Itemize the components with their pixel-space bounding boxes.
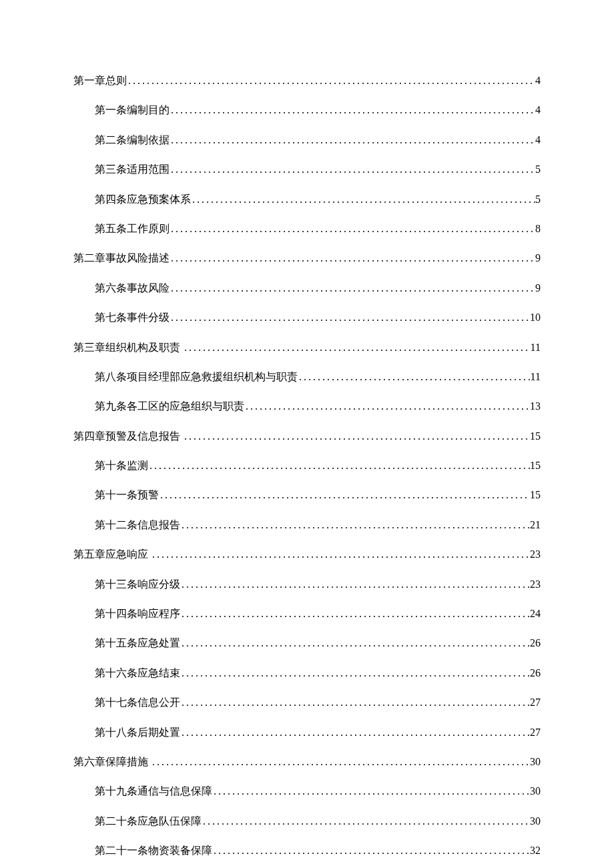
- toc-entry-dots: [180, 636, 530, 650]
- toc-entry-title: 第十一条预警: [95, 488, 159, 502]
- toc-entry-page: 5: [535, 162, 541, 177]
- toc-entry-title: 第十七条信息公开: [95, 695, 180, 710]
- toc-entry-dots: [180, 606, 530, 621]
- toc-entry: 第六条事故风险9: [95, 281, 541, 296]
- toc-entry: 第五条工作原则8: [95, 222, 541, 236]
- toc-entry: 第十二条信息报告21: [95, 518, 541, 532]
- toc-entry-page: 13: [530, 399, 541, 414]
- toc-entry: 第三章组织机构及职责11: [73, 340, 541, 355]
- toc-entry-page: 27: [530, 695, 541, 710]
- toc-entry-page: 4: [535, 73, 541, 88]
- toc-entry-dots: [148, 458, 530, 473]
- toc-entry-page: 30: [530, 814, 541, 829]
- toc-entry: 第五章应急响应23: [73, 547, 541, 562]
- toc-entry: 第十六条应急结束26: [95, 666, 541, 681]
- toc-entry-dots: [183, 429, 530, 444]
- toc-entry-title: 第一章总则: [73, 73, 127, 88]
- toc-entry-title: 第十八条后期处置: [95, 725, 180, 740]
- toc-entry-dots: [298, 370, 531, 384]
- toc-entry-page: 15: [530, 458, 541, 473]
- toc-entry-title: 第九条各工区的应急组织与职责: [95, 399, 244, 414]
- table-of-contents: 第一章总则4第一条编制目的4第二条编制依据4第三条适用范围5第四条应急预案体系5…: [73, 73, 541, 859]
- toc-entry-title: 第五章应急响应: [73, 547, 148, 562]
- toc-entry: 第二十一条物资装备保障32: [95, 843, 541, 858]
- toc-entry-page: 30: [530, 755, 541, 769]
- toc-entry-dots: [212, 784, 530, 799]
- toc-entry-title: 第十四条响应程序: [95, 606, 180, 621]
- toc-entry-page: 15: [530, 429, 541, 444]
- toc-entry-dots: [212, 843, 530, 858]
- toc-entry-dots: [244, 399, 530, 414]
- toc-entry-title: 第二条编制依据: [95, 133, 170, 147]
- toc-entry-page: 23: [530, 547, 541, 562]
- toc-entry-title: 第二十一条物资装备保障: [95, 843, 212, 858]
- toc-entry-dots: [170, 281, 535, 296]
- toc-entry-title: 第六条事故风险: [95, 281, 170, 296]
- toc-entry: 第十九条通信与信息保障30: [95, 784, 541, 799]
- toc-entry: 第九条各工区的应急组织与职责13: [95, 399, 541, 414]
- toc-entry-dots: [180, 666, 530, 681]
- toc-entry-dots: [183, 340, 531, 355]
- toc-entry: 第十八条后期处置27: [95, 725, 541, 740]
- toc-entry-title: 第十九条通信与信息保障: [95, 784, 212, 799]
- toc-entry-title: 第二十条应急队伍保障: [95, 814, 202, 829]
- toc-entry-page: 10: [530, 310, 541, 325]
- toc-entry: 第十三条响应分级23: [95, 577, 541, 592]
- toc-entry-dots: [180, 695, 530, 710]
- toc-entry: 第十条监测15: [95, 458, 541, 473]
- toc-entry-dots: [180, 577, 530, 592]
- toc-entry: 第四章预警及信息报告15: [73, 429, 541, 444]
- toc-entry-page: 15: [530, 488, 541, 502]
- toc-entry-title: 第三章组织机构及职责: [73, 340, 180, 355]
- toc-entry-page: 23: [530, 577, 541, 592]
- toc-entry-page: 26: [530, 636, 541, 650]
- toc-entry: 第十一条预警15: [95, 488, 541, 502]
- toc-entry-dots: [180, 518, 530, 532]
- toc-entry: 第二十条应急队伍保障30: [95, 814, 541, 829]
- toc-entry-title: 第十三条响应分级: [95, 577, 180, 592]
- toc-entry-page: 27: [530, 725, 541, 740]
- toc-entry-title: 第七条事件分级: [95, 310, 170, 325]
- toc-entry: 第二章事故风险描述9: [73, 251, 541, 266]
- toc-entry-page: 9: [535, 281, 541, 296]
- toc-entry-title: 第四条应急预案体系: [95, 192, 191, 207]
- toc-entry: 第二条编制依据4: [95, 133, 541, 147]
- toc-entry-dots: [170, 133, 535, 147]
- toc-entry: 第七条事件分级10: [95, 310, 541, 325]
- toc-entry-dots: [191, 192, 535, 207]
- toc-entry-page: 4: [535, 103, 541, 117]
- toc-entry-page: 26: [530, 666, 541, 681]
- toc-entry-page: 11: [531, 370, 541, 384]
- toc-entry-dots: [170, 103, 535, 117]
- toc-entry: 第四条应急预案体系5: [95, 192, 541, 207]
- toc-entry-title: 第十六条应急结束: [95, 666, 180, 681]
- toc-entry: 第六章保障措施30: [73, 755, 541, 769]
- toc-entry-dots: [202, 814, 530, 829]
- toc-entry-dots: [170, 251, 535, 266]
- toc-entry: 第八条项目经理部应急救援组织机构与职责11: [95, 370, 541, 384]
- toc-entry-dots: [170, 222, 535, 236]
- toc-entry-title: 第三条适用范围: [95, 162, 170, 177]
- toc-entry-dots: [170, 162, 535, 177]
- toc-entry-title: 第六章保障措施: [73, 755, 148, 769]
- toc-entry-page: 9: [535, 251, 541, 266]
- toc-entry: 第三条适用范围5: [95, 162, 541, 177]
- toc-entry-dots: [159, 488, 530, 502]
- toc-entry: 第十七条信息公开27: [95, 695, 541, 710]
- toc-entry-dots: [151, 547, 530, 562]
- toc-entry-title: 第八条项目经理部应急救援组织机构与职责: [95, 370, 298, 384]
- toc-entry-page: 8: [535, 222, 541, 236]
- toc-entry-title: 第五条工作原则: [95, 222, 170, 236]
- toc-entry-page: 24: [530, 606, 541, 621]
- toc-entry: 第十五条应急处置26: [95, 636, 541, 650]
- toc-entry-dots: [180, 725, 530, 740]
- toc-entry-page: 21: [530, 518, 541, 532]
- toc-entry-page: 5: [535, 192, 541, 207]
- toc-entry-dots: [151, 755, 530, 769]
- toc-entry: 第一章总则4: [73, 73, 541, 88]
- toc-entry-title: 第四章预警及信息报告: [73, 429, 180, 444]
- toc-entry-page: 4: [535, 133, 541, 147]
- toc-entry: 第十四条响应程序24: [95, 606, 541, 621]
- toc-entry-page: 32: [530, 843, 541, 858]
- toc-entry-title: 第十二条信息报告: [95, 518, 180, 532]
